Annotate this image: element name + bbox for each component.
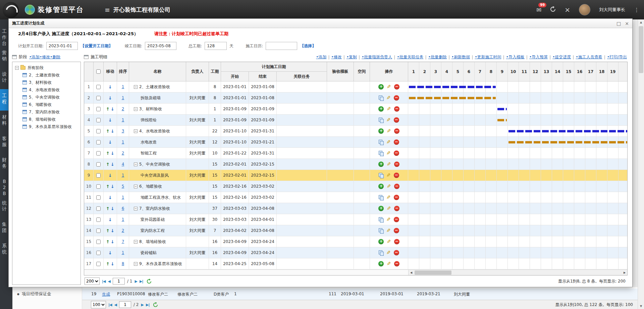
reload-icon[interactable] [147, 279, 152, 284]
dialog-close-icon[interactable]: × [625, 21, 629, 26]
delete-icon[interactable]: − [394, 195, 399, 200]
delete-icon[interactable]: − [394, 217, 399, 222]
move-down-icon[interactable]: ↓ [111, 184, 114, 189]
menu-item-deposit[interactable]: ● 项目经理保证金 [12, 287, 82, 301]
collapse-icon[interactable]: − [134, 185, 138, 188]
add-icon[interactable]: + [378, 239, 384, 244]
scroll-up-icon[interactable]: ▲ [638, 19, 644, 25]
toolbar-link[interactable]: •施工人员查看 [576, 54, 602, 60]
move-up-icon[interactable]: ↑ [106, 206, 110, 211]
row-checkbox[interactable] [96, 251, 101, 255]
collapse-icon[interactable]: − [134, 163, 138, 166]
order-link[interactable]: 1 [122, 195, 124, 200]
move-down-icon[interactable]: ↓ [111, 129, 114, 134]
collapse-icon[interactable]: − [134, 129, 138, 133]
add-icon[interactable]: + [378, 162, 384, 167]
delete-icon[interactable]: − [394, 228, 399, 233]
toolbar-link[interactable]: •复制 [346, 54, 357, 60]
order-link[interactable]: 2 [122, 228, 124, 233]
order-link[interactable]: 8 [122, 261, 124, 266]
page-input[interactable] [113, 278, 125, 285]
avatar[interactable] [579, 4, 590, 15]
move-down-icon[interactable]: ↓ [108, 250, 112, 255]
move-up-icon[interactable]: ↑ [106, 107, 110, 112]
toolbar-link[interactable]: •批量指派负责人 [362, 54, 392, 60]
copy-icon[interactable] [379, 151, 383, 156]
tree-item[interactable]: 6、地暖验收 [14, 101, 79, 108]
copy-icon[interactable] [379, 96, 383, 101]
toolbar-link[interactable]: •添加 [316, 54, 326, 60]
row-checkbox[interactable] [96, 206, 101, 211]
delete-icon[interactable]: − [394, 206, 399, 211]
collapse-icon[interactable]: − [15, 66, 19, 70]
move-down-icon[interactable]: ↓ [111, 239, 114, 244]
move-up-icon[interactable]: ↑ [106, 162, 110, 167]
copy-icon[interactable] [379, 140, 383, 145]
row-checkbox[interactable] [96, 85, 101, 89]
bg-prev-page-icon[interactable]: ◀ [114, 303, 116, 307]
row-checkbox[interactable] [96, 218, 101, 222]
bg-reload-icon[interactable] [153, 302, 158, 307]
collapse-icon[interactable]: − [134, 262, 138, 266]
move-down-icon[interactable]: ↓ [111, 162, 114, 167]
collapse-icon[interactable]: − [134, 240, 138, 244]
tree-item[interactable]: 3、材料验收 [14, 79, 79, 86]
tree-item[interactable]: 7、室内防水验收 [14, 108, 79, 116]
copy-icon[interactable] [379, 118, 383, 123]
row-checkbox[interactable] [96, 118, 101, 122]
bg-last-page-icon[interactable]: ▶| [146, 303, 149, 307]
move-down-icon[interactable]: ↓ [108, 84, 112, 89]
edit-icon[interactable]: ✎ [387, 107, 391, 112]
order-link[interactable]: 1 [122, 217, 124, 222]
edit-icon[interactable]: ✎ [386, 195, 391, 200]
toolbar-link[interactable]: •更新施工时间 [475, 54, 501, 60]
add-icon[interactable]: + [378, 106, 384, 112]
calendar-input[interactable] [266, 42, 297, 50]
move-down-icon[interactable]: ↓ [111, 151, 114, 156]
vertical-scrollbar[interactable]: ▲ ▼ [638, 19, 644, 309]
row-checkbox[interactable] [96, 195, 101, 200]
select-all-checkbox[interactable] [96, 69, 101, 74]
move-up-icon[interactable]: ↑ [106, 228, 110, 233]
edit-icon[interactable]: ✎ [387, 261, 391, 266]
delete-icon[interactable]: − [394, 106, 399, 112]
order-link[interactable]: 1 [122, 118, 124, 122]
stage-action-link[interactable]: •修改 [40, 55, 50, 59]
move-down-icon[interactable]: ↓ [108, 195, 112, 200]
order-link[interactable]: 1 [122, 84, 124, 89]
edit-icon[interactable]: ✎ [386, 151, 391, 156]
scroll-down-icon[interactable]: ▼ [638, 303, 644, 309]
move-down-icon[interactable]: ↓ [111, 206, 114, 211]
copy-icon[interactable] [379, 228, 383, 233]
refresh-icon[interactable] [550, 6, 556, 13]
toolbar-link[interactable]: •打印/导出 [607, 54, 627, 60]
scrollbar-thumb[interactable] [639, 26, 643, 73]
collapse-icon[interactable]: − [134, 207, 138, 210]
row-checkbox[interactable] [96, 96, 101, 100]
order-link[interactable]: 2 [122, 107, 124, 111]
row-checkbox[interactable] [96, 140, 101, 144]
start-date-input[interactable] [46, 42, 78, 50]
row-checkbox[interactable] [96, 173, 101, 178]
menu-icon[interactable]: ≡ [105, 6, 110, 13]
edit-icon[interactable]: ✎ [387, 162, 391, 167]
move-up-icon[interactable]: ↑ [106, 129, 110, 134]
move-down-icon[interactable]: ↓ [111, 107, 114, 112]
tree-item[interactable]: 4、水电改造验收 [14, 86, 79, 94]
delete-icon[interactable]: − [394, 239, 399, 244]
move-down-icon[interactable]: ↓ [108, 118, 112, 123]
first-page-icon[interactable]: |◀ [102, 279, 105, 284]
row-checkbox[interactable] [96, 184, 101, 189]
move-down-icon[interactable]: ↓ [111, 228, 114, 233]
order-link[interactable]: 3 [122, 129, 124, 133]
tree-root[interactable]: − 所有阶段 [14, 64, 79, 71]
order-link[interactable]: 1 [122, 140, 124, 144]
delete-icon[interactable]: − [394, 128, 399, 134]
order-link[interactable]: 4 [122, 162, 124, 167]
edit-icon[interactable]: ✎ [387, 206, 391, 211]
move-down-icon[interactable]: ↓ [108, 217, 112, 222]
edit-icon[interactable]: ✎ [386, 96, 391, 101]
order-link[interactable]: 1 [122, 96, 124, 100]
toolbar-link[interactable]: •导入模板 [506, 54, 525, 60]
edit-icon[interactable]: ✎ [387, 84, 391, 89]
